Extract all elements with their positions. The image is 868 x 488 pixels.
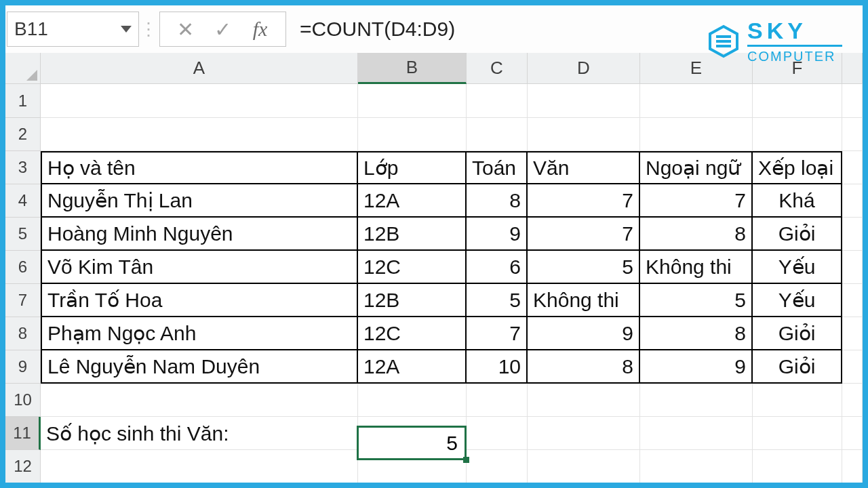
active-cell-b11[interactable]: 5 <box>357 426 467 460</box>
row-header-9[interactable]: 9 <box>5 350 41 384</box>
cell-f7[interactable]: Yếu <box>753 284 842 317</box>
cell-a3[interactable]: Họ và tên <box>41 151 358 184</box>
cell-f4[interactable]: Khá <box>753 184 842 218</box>
row-header-7[interactable]: 7 <box>5 284 41 317</box>
cell-a8[interactable]: Phạm Ngọc Anh <box>41 317 358 350</box>
cell-f5[interactable]: Giỏi <box>753 218 842 251</box>
cell-d1[interactable] <box>528 84 640 118</box>
cell-c5[interactable]: 9 <box>467 218 528 251</box>
cell-g3[interactable] <box>842 151 863 184</box>
cell-c3[interactable]: Toán <box>467 151 528 184</box>
cell-b2[interactable] <box>358 118 467 151</box>
row-header-8[interactable]: 8 <box>5 317 41 350</box>
cell-a1[interactable] <box>41 84 358 118</box>
cell-f9[interactable]: Giỏi <box>753 350 842 384</box>
chevron-down-icon[interactable] <box>121 26 132 33</box>
row-header-12[interactable]: 12 <box>5 450 41 483</box>
row-header-11[interactable]: 11 <box>5 417 41 450</box>
cell-d7[interactable]: Không thi <box>528 284 640 317</box>
cell-a5[interactable]: Hoàng Minh Nguyên <box>41 218 358 251</box>
cell-e5[interactable]: 8 <box>640 218 753 251</box>
cell-a4[interactable]: Nguyễn Thị Lan <box>41 184 358 218</box>
cell-e11[interactable] <box>640 417 753 450</box>
cell-d9[interactable]: 8 <box>528 350 640 384</box>
cell-d10[interactable] <box>528 384 640 417</box>
cell-g11[interactable] <box>842 417 863 450</box>
cell-g10[interactable] <box>842 384 863 417</box>
fx-icon[interactable]: fx <box>241 12 279 46</box>
cell-f8[interactable]: Giỏi <box>753 317 842 350</box>
cell-e3[interactable]: Ngoại ngữ <box>640 151 753 184</box>
fill-handle[interactable] <box>463 457 469 463</box>
cell-a2[interactable] <box>41 118 358 151</box>
cancel-icon[interactable]: ✕ <box>167 12 204 46</box>
cell-a9[interactable]: Lê Nguyễn Nam Duyên <box>41 350 358 384</box>
cell-f1[interactable] <box>753 84 842 118</box>
cell-a12[interactable] <box>41 450 358 483</box>
cell-g7[interactable] <box>842 284 863 317</box>
cell-c9[interactable]: 10 <box>467 350 528 384</box>
cell-e12[interactable] <box>640 450 753 483</box>
col-header-b[interactable]: B <box>358 53 467 84</box>
col-header-extra[interactable] <box>842 53 863 84</box>
cell-e2[interactable] <box>640 118 753 151</box>
cell-g6[interactable] <box>842 251 863 284</box>
cell-g8[interactable] <box>842 317 863 350</box>
cell-e10[interactable] <box>640 384 753 417</box>
cell-a7[interactable]: Trần Tố Hoa <box>41 284 358 317</box>
col-header-d[interactable]: D <box>528 53 640 84</box>
cell-a6[interactable]: Võ Kim Tân <box>41 251 358 284</box>
cell-c12[interactable] <box>467 450 528 483</box>
cell-g4[interactable] <box>842 184 863 218</box>
row-header-1[interactable]: 1 <box>5 84 41 118</box>
cell-d11[interactable] <box>528 417 640 450</box>
cell-e4[interactable]: 7 <box>640 184 753 218</box>
cell-c6[interactable]: 6 <box>467 251 528 284</box>
cell-c10[interactable] <box>467 384 528 417</box>
row-header-3[interactable]: 3 <box>5 151 41 184</box>
cell-a11[interactable]: Số học sinh thi Văn: <box>41 417 358 450</box>
cell-b4[interactable]: 12A <box>358 184 467 218</box>
cell-b7[interactable]: 12B <box>358 284 467 317</box>
cell-g12[interactable] <box>842 450 863 483</box>
cell-d5[interactable]: 7 <box>528 218 640 251</box>
cell-e6[interactable]: Không thi <box>640 251 753 284</box>
cell-d3[interactable]: Văn <box>528 151 640 184</box>
cell-c11[interactable] <box>467 417 528 450</box>
cell-d8[interactable]: 9 <box>528 317 640 350</box>
col-header-a[interactable]: A <box>41 53 358 84</box>
cell-c2[interactable] <box>467 118 528 151</box>
cell-f11[interactable] <box>753 417 842 450</box>
cell-c7[interactable]: 5 <box>467 284 528 317</box>
cell-d12[interactable] <box>528 450 640 483</box>
cell-c8[interactable]: 7 <box>467 317 528 350</box>
cell-f6[interactable]: Yếu <box>753 251 842 284</box>
col-header-c[interactable]: C <box>467 53 528 84</box>
cell-g1[interactable] <box>842 84 863 118</box>
cell-d2[interactable] <box>528 118 640 151</box>
cell-e8[interactable]: 8 <box>640 317 753 350</box>
cell-d4[interactable]: 7 <box>528 184 640 218</box>
enter-icon[interactable]: ✓ <box>204 12 241 46</box>
cell-b9[interactable]: 12A <box>358 350 467 384</box>
cell-g2[interactable] <box>842 118 863 151</box>
cell-b3[interactable]: Lớp <box>358 151 467 184</box>
cell-f10[interactable] <box>753 384 842 417</box>
row-header-2[interactable]: 2 <box>5 118 41 151</box>
cell-b6[interactable]: 12C <box>358 251 467 284</box>
cell-b1[interactable] <box>358 84 467 118</box>
cell-f12[interactable] <box>753 450 842 483</box>
select-all-corner[interactable] <box>5 53 41 84</box>
row-header-5[interactable]: 5 <box>5 218 41 251</box>
row-header-6[interactable]: 6 <box>5 251 41 284</box>
cell-b5[interactable]: 12B <box>358 218 467 251</box>
cell-g5[interactable] <box>842 218 863 251</box>
cell-b10[interactable] <box>358 384 467 417</box>
cell-b8[interactable]: 12C <box>358 317 467 350</box>
name-box[interactable]: B11 <box>7 12 139 47</box>
cell-g9[interactable] <box>842 350 863 384</box>
cell-f3[interactable]: Xếp loại <box>753 151 842 184</box>
cell-d6[interactable]: 5 <box>528 251 640 284</box>
cell-f2[interactable] <box>753 118 842 151</box>
cell-c4[interactable]: 8 <box>467 184 528 218</box>
